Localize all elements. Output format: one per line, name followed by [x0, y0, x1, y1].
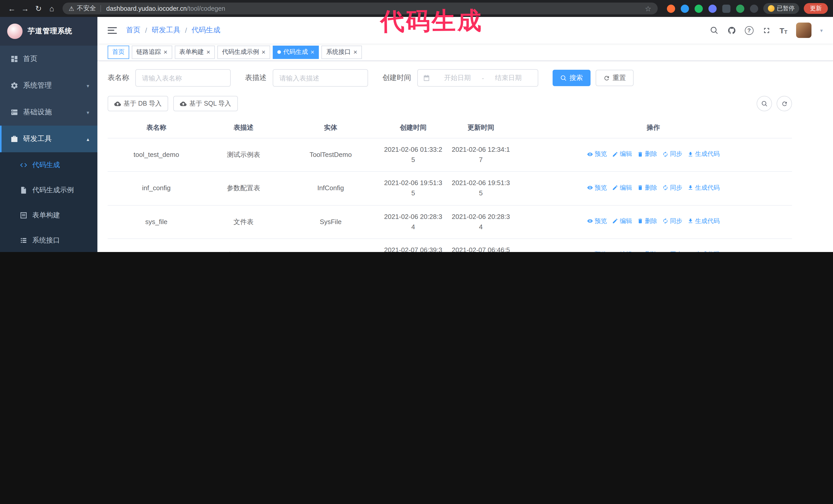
edit-link[interactable]: 编辑: [612, 149, 632, 159]
tab-system-api[interactable]: 系统接口×: [322, 45, 362, 59]
sidebar-item-label: 研发工具: [23, 134, 52, 144]
sync-link[interactable]: 同步: [662, 216, 682, 226]
sidebar-item-system-api[interactable]: 系统接口: [0, 227, 97, 252]
generate-code-link[interactable]: 生成代码: [687, 216, 720, 226]
top-navbar: 首页 / 研发工具 / 代码生成 ? TT ▾: [97, 17, 833, 44]
search-icon: [761, 100, 768, 107]
form-icon: [20, 211, 28, 219]
import-sql-button[interactable]: 基于 SQL 导入: [173, 96, 238, 111]
bookmark-star-icon[interactable]: ☆: [645, 4, 651, 13]
fullscreen-icon[interactable]: [762, 26, 771, 34]
delete-link[interactable]: 删除: [637, 250, 657, 252]
edit-link[interactable]: 编辑: [612, 183, 632, 192]
sidebar-item-infrastructure[interactable]: 基础设施 ▾: [0, 99, 97, 126]
column-header: 表描述: [205, 117, 282, 138]
preview-link[interactable]: 预览: [587, 183, 607, 192]
delete-link[interactable]: 删除: [637, 216, 657, 226]
tab-tracing[interactable]: 链路追踪×: [132, 45, 172, 59]
delete-link[interactable]: 删除: [637, 149, 657, 159]
table-header-row: 表名称 表描述 实体 创建时间 更新时间 操作: [108, 117, 792, 138]
delete-link[interactable]: 删除: [637, 183, 657, 192]
breadcrumb-item[interactable]: 首页: [126, 26, 140, 35]
font-size-icon[interactable]: TT: [780, 26, 787, 34]
sidebar-toggle-icon[interactable]: [108, 27, 117, 33]
browser-home-button[interactable]: ⌂: [45, 2, 58, 15]
date-range-picker[interactable]: 开始日期 - 结束日期: [417, 69, 538, 87]
close-icon[interactable]: ×: [164, 49, 167, 55]
browser-reload-button[interactable]: ↻: [32, 2, 45, 15]
sync-link[interactable]: 同步: [662, 183, 682, 192]
sync-label: 同步: [670, 149, 682, 159]
breadcrumb-item[interactable]: 研发工具: [152, 26, 181, 35]
delete-label: 删除: [645, 149, 657, 159]
tab-home[interactable]: 首页: [108, 45, 129, 59]
breadcrumb-item[interactable]: 代码生成: [192, 26, 220, 35]
sidebar-item-system-management[interactable]: 系统管理 ▾: [0, 72, 97, 99]
extension-icon[interactable]: [736, 4, 744, 13]
sidebar-item-label: 基础设施: [23, 108, 52, 117]
extension-icon[interactable]: [722, 4, 730, 13]
sync-link[interactable]: 同步: [662, 149, 682, 159]
cell-table-desc: 测试示例表: [205, 138, 282, 172]
preview-link[interactable]: 预览: [587, 149, 607, 159]
github-icon[interactable]: [727, 26, 736, 34]
warning-icon: ⚠: [69, 5, 74, 12]
sync-label: 同步: [670, 216, 682, 226]
table-desc-input[interactable]: [273, 69, 368, 87]
search-button[interactable]: 搜索: [553, 70, 591, 86]
preview-link[interactable]: 预览: [587, 250, 607, 252]
app-logo[interactable]: 芋道管理系统: [0, 17, 97, 46]
main-area: 首页 / 研发工具 / 代码生成 ? TT ▾ 首页 链: [97, 17, 833, 252]
generate-code-link[interactable]: 生成代码: [687, 250, 720, 252]
browser-back-button[interactable]: ←: [5, 2, 19, 15]
browser-update-button[interactable]: 更新: [804, 3, 828, 14]
close-icon[interactable]: ×: [261, 49, 265, 55]
sidebar-item-label: 系统接口: [32, 236, 60, 245]
chevron-down-icon[interactable]: ▾: [820, 27, 823, 33]
edit-link[interactable]: 编辑: [612, 216, 632, 226]
sidebar-submenu: 代码生成 代码生成示例 表单构建 系统接口: [0, 152, 97, 252]
extension-icon[interactable]: [667, 4, 675, 13]
sidebar-item-codegen-example[interactable]: 代码生成示例: [0, 177, 97, 202]
table-name-input[interactable]: [135, 69, 231, 87]
generate-code-link[interactable]: 生成代码: [687, 183, 720, 192]
extensions-area: [667, 4, 758, 13]
tab-codegen[interactable]: 代码生成×: [273, 45, 319, 59]
browser-forward-button[interactable]: →: [19, 2, 32, 15]
address-bar[interactable]: ⚠ 不安全 dashboard.yudao.iocoder.cn /tool/c…: [63, 3, 658, 14]
refresh-table-button[interactable]: [777, 96, 792, 111]
extension-icon[interactable]: [708, 4, 716, 13]
close-icon[interactable]: ×: [206, 49, 210, 55]
extension-icon[interactable]: [694, 4, 703, 13]
sidebar-item-dev-tools[interactable]: 研发工具 ▴: [0, 126, 97, 152]
reset-button[interactable]: 重置: [596, 70, 634, 86]
tab-label: 代码生成示例: [222, 48, 259, 56]
tab-codegen-example[interactable]: 代码生成示例×: [217, 45, 270, 59]
generate-code-link[interactable]: 生成代码: [687, 149, 720, 159]
close-icon[interactable]: ×: [353, 49, 357, 55]
tab-form-builder[interactable]: 表单构建×: [174, 45, 215, 59]
gear-icon: [10, 81, 19, 90]
extension-icon[interactable]: [750, 4, 758, 13]
pencil-icon: [612, 151, 618, 157]
table-row: inf_job 定时任务表 InfJob 2021-02-07 06:39:34…: [108, 239, 792, 252]
sidebar-item-codegen[interactable]: 代码生成: [0, 152, 97, 177]
paused-badge[interactable]: 已暂停: [763, 3, 799, 14]
sidebar-item-form-builder[interactable]: 表单构建: [0, 202, 97, 227]
sidebar-item-home[interactable]: 首页: [0, 46, 97, 72]
toggle-search-button[interactable]: [757, 96, 772, 111]
help-icon[interactable]: ?: [744, 26, 753, 34]
sync-link[interactable]: 同步: [662, 250, 682, 252]
search-icon[interactable]: [710, 26, 718, 34]
edit-link[interactable]: 编辑: [612, 250, 632, 252]
import-db-button[interactable]: 基于 DB 导入: [108, 96, 168, 111]
extension-icon[interactable]: [681, 4, 689, 13]
close-icon[interactable]: ×: [311, 49, 314, 55]
table-desc-label: 表描述: [245, 73, 266, 82]
active-dot: [277, 50, 281, 54]
cell-create-time: 2021-02-07 06:39:34: [379, 239, 447, 252]
column-header: 表名称: [108, 117, 205, 138]
user-avatar[interactable]: [796, 23, 811, 38]
page-content: 表名称 表描述 创建时间 开始日期 - 结束日期 搜索: [97, 61, 833, 252]
preview-link[interactable]: 预览: [587, 216, 607, 226]
